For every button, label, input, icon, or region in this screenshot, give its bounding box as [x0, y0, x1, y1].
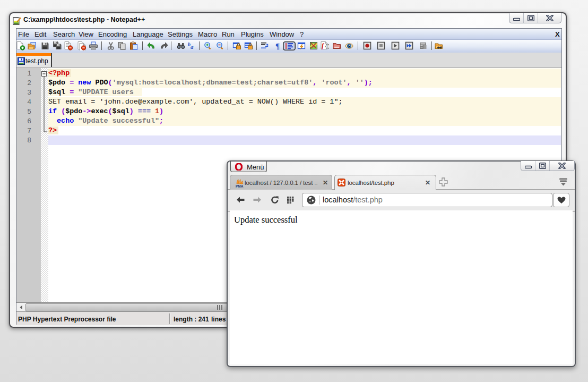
svg-text:a: a — [191, 44, 194, 50]
svg-text:¶: ¶ — [275, 42, 280, 50]
svg-text:{}: {} — [325, 44, 329, 49]
svg-text:PMA: PMA — [236, 184, 244, 188]
